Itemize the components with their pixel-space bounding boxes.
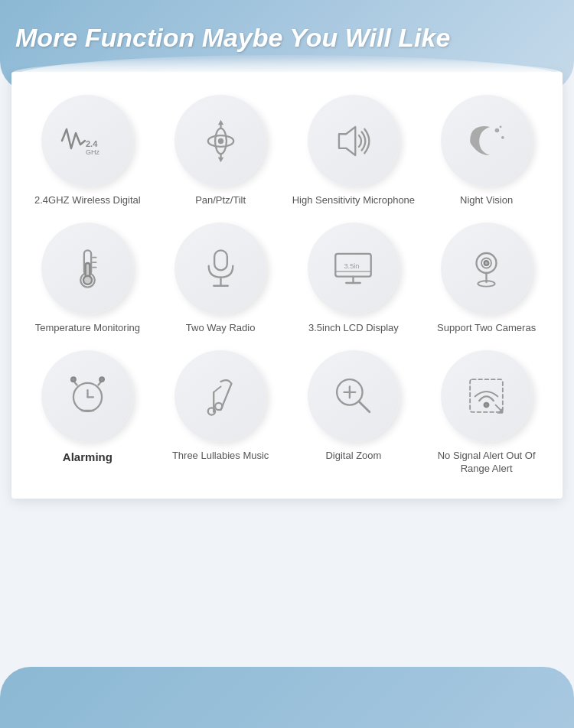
feature-label-cameras: Support Two Cameras: [437, 322, 536, 335]
feature-icon-alarm: [41, 350, 133, 442]
feature-wireless-digital: 2.4 GHz 2.4GHZ Wireless Digital: [23, 95, 152, 207]
svg-point-4: [217, 138, 223, 143]
page-title: More Function Maybe You Will Like: [15, 23, 559, 53]
feature-two-cameras: Support Two Cameras: [422, 223, 551, 335]
feature-pan-ptz: Pan/Ptz/Tilt: [156, 95, 285, 207]
features-grid: 2.4 GHz 2.4GHZ Wireless Digital Pan/P: [23, 95, 551, 476]
feature-label-radio: Two Way Radio: [186, 322, 256, 335]
svg-text:GHz: GHz: [86, 148, 100, 156]
svg-marker-9: [339, 126, 355, 154]
feature-grid-container: 2.4 GHz 2.4GHZ Wireless Digital Pan/P: [11, 72, 563, 499]
feature-icon-music: [174, 350, 266, 442]
feature-label-lullabies: Three Lullabies Music: [172, 450, 269, 463]
feature-label-pan: Pan/Ptz/Tilt: [195, 194, 246, 207]
feature-night-vision: Night Vision: [422, 95, 551, 207]
svg-line-41: [214, 387, 220, 392]
feature-temperature: Temperature Monitoring: [23, 223, 152, 335]
feature-icon-signal: [441, 350, 533, 442]
feature-label-night-vision: Night Vision: [460, 194, 513, 207]
svg-rect-20: [214, 251, 227, 271]
feature-alarming: Alarming: [23, 350, 152, 476]
feature-icon-mic: [174, 223, 266, 314]
svg-point-16: [83, 276, 92, 284]
feature-icon-zoom: [308, 350, 400, 442]
feature-icon-moon: [441, 95, 533, 187]
feature-microphone: High Sensitivity Microphone: [289, 95, 419, 207]
svg-line-45: [359, 401, 370, 412]
svg-point-43: [215, 403, 222, 410]
feature-lullabies: Three Lullabies Music: [156, 350, 285, 476]
svg-point-30: [484, 262, 489, 266]
svg-text:3.5in: 3.5in: [344, 262, 360, 270]
svg-point-10: [495, 128, 500, 132]
feature-label-temperature: Temperature Monitoring: [35, 322, 140, 335]
feature-two-way-radio: Two Way Radio: [156, 223, 285, 335]
feature-icon-thermometer: [41, 223, 133, 314]
svg-point-38: [71, 378, 76, 382]
feature-label-no-signal: No Signal Alert Out Of Range Alert: [422, 450, 551, 476]
svg-text:2.4: 2.4: [86, 139, 98, 148]
feature-icon-ghz: 2.4 GHz: [41, 95, 133, 187]
feature-label-lcd: 3.5inch LCD Display: [308, 322, 399, 335]
svg-point-11: [501, 136, 504, 139]
feature-icon-monitor: 3.5in: [308, 223, 400, 314]
svg-point-12: [500, 125, 502, 128]
svg-marker-8: [217, 157, 223, 162]
svg-point-39: [99, 378, 104, 382]
feature-icon-camera: [441, 223, 533, 314]
feature-label-zoom: Digital Zoom: [325, 450, 381, 463]
feature-label-alarming: Alarming: [63, 450, 113, 465]
svg-point-49: [484, 403, 489, 408]
page-header: More Function Maybe You Will Like: [0, 0, 574, 64]
feature-digital-zoom: Digital Zoom: [289, 350, 419, 476]
feature-label-wireless: 2.4GHZ Wireless Digital: [34, 194, 141, 207]
bottom-background: [0, 667, 574, 728]
svg-marker-6: [217, 119, 223, 125]
feature-no-signal: No Signal Alert Out Of Range Alert: [422, 350, 551, 476]
feature-label-microphone: High Sensitivity Microphone: [292, 194, 415, 207]
feature-lcd-display: 3.5in 3.5inch LCD Display: [289, 223, 419, 335]
feature-icon-microphone: [308, 95, 400, 187]
feature-icon-pan: [174, 95, 266, 187]
